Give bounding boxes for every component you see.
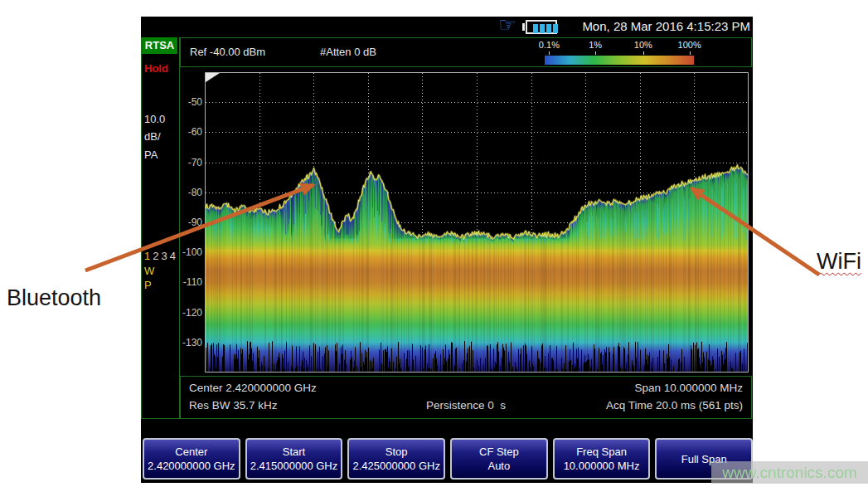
softkey-value: 10.000000 MHz xyxy=(564,459,640,473)
status-bar: ☞ Mon, 28 Mar 2016 4:15:23 PM xyxy=(141,17,753,37)
center-freq-readout: Center 2.420000000 GHz xyxy=(189,382,317,394)
colorbar-tick xyxy=(690,51,691,55)
colorbar-tick-labels: 0.1%1%10%100% xyxy=(545,40,696,51)
watermark: www.cntronics.com xyxy=(711,461,868,484)
y-axis-tick-label: -90 xyxy=(174,217,202,228)
softkey-value: 2.425000000 GHz xyxy=(352,459,440,473)
colorbar-gradient xyxy=(545,56,694,65)
softkey-label: Stop xyxy=(386,445,408,459)
softkey-center[interactable]: Center2.420000000 GHz xyxy=(143,438,240,480)
trace-digit: 1 xyxy=(144,250,153,262)
y-axis-tick-label: -80 xyxy=(174,187,202,198)
y-axis-tick-label: -70 xyxy=(174,157,202,168)
colorbar-tick-label: 10% xyxy=(634,40,652,50)
trace-digit: 3 xyxy=(161,250,169,262)
softkey-start[interactable]: Start2.415000000 GHz xyxy=(245,438,343,480)
colorbar-tick xyxy=(643,51,644,55)
colorbar-tick-label: 1% xyxy=(589,40,602,50)
y-axis-tick-label: -130 xyxy=(174,337,202,348)
softkey-label: Start xyxy=(283,445,305,459)
analyzer-screen: ☞ Mon, 28 Mar 2016 4:15:23 PM RTSA Hold … xyxy=(141,17,753,483)
detector-label: W xyxy=(144,265,154,277)
trace-digit: 2 xyxy=(153,250,161,262)
y-axis-tick-label: -120 xyxy=(174,307,202,319)
page: ☞ Mon, 28 Mar 2016 4:15:23 PM RTSA Hold … xyxy=(0,0,868,487)
span-readout: Span 10.000000 MHz xyxy=(634,382,743,394)
y-axis-tick-label: -60 xyxy=(174,126,202,138)
softkey-value: Auto xyxy=(487,459,510,473)
y-axis-tick-label: -100 xyxy=(174,246,202,258)
mode-badge: RTSA xyxy=(142,37,177,54)
bluetooth-annotation-label: Bluetooth xyxy=(7,285,101,311)
hand-icon: ☞ xyxy=(495,14,520,36)
scale-unit-label: dB/ xyxy=(144,130,161,143)
sidebar: RTSA Hold 10.0 dB/ PA 1234 W P xyxy=(141,37,180,419)
datetime-text: Mon, 28 Mar 2016 4:15:23 PM xyxy=(535,19,750,33)
softkey-value: 2.420000000 GHz xyxy=(148,459,235,473)
atten-label: #Atten 0 dB xyxy=(320,46,376,58)
sweep-state-label: Hold xyxy=(144,62,168,75)
density-colorbar: 0.1%1%10%100% xyxy=(545,40,696,66)
colorbar-tick xyxy=(595,51,596,55)
y-axis-tick-label: -50 xyxy=(174,96,202,108)
display-mode-label: P xyxy=(144,279,152,291)
info-panel: Center 2.420000000 GHz Span 10.000000 MH… xyxy=(180,376,752,419)
softkey-freq-span[interactable]: Freq Span10.000000 MHz xyxy=(553,438,651,480)
colorbar-tick-label: 0.1% xyxy=(539,40,560,50)
colorbar-tick-label: 100% xyxy=(678,40,701,50)
ref-level-label: Ref -40.00 dBm xyxy=(190,46,265,58)
acq-time-readout: Acq Time 20.0 ms (561 pts) xyxy=(606,399,743,412)
softkey-stop[interactable]: Stop2.425000000 GHz xyxy=(347,438,445,480)
trace-numbers: 1234 xyxy=(144,250,178,262)
scale-value-label: 10.0 xyxy=(144,113,165,125)
header-box: Ref -40.00 dBm #Atten 0 dB 0.1%1%10%100% xyxy=(180,37,752,67)
preamp-label: PA xyxy=(144,149,158,161)
softkey-value: 2.415000000 GHz xyxy=(250,459,338,473)
wifi-annotation-label: WiFi xyxy=(817,249,861,275)
softkey-label: CF Step xyxy=(479,445,519,459)
softkey-cf-step[interactable]: CF StepAuto xyxy=(450,438,548,480)
y-axis-tick-label: -110 xyxy=(174,276,202,288)
persistence-spectrum-plot xyxy=(205,72,749,373)
softkey-row: Center2.420000000 GHzStart2.415000000 GH… xyxy=(143,438,753,480)
softkey-label: Center xyxy=(175,445,207,459)
softkey-label: Freq Span xyxy=(576,445,627,459)
colorbar-tick xyxy=(549,51,550,55)
